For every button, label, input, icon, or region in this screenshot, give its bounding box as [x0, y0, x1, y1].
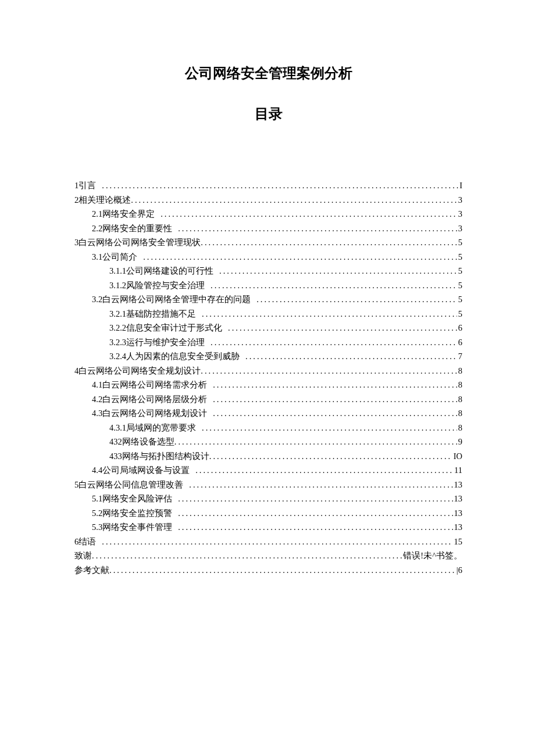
toc-entry-page: 13	[453, 520, 463, 535]
toc-leader-dots	[178, 221, 457, 236]
toc-entry: 6 结语15	[74, 535, 462, 549]
toc-leader-dots	[256, 292, 457, 307]
toc-entry-page: 5	[457, 292, 462, 307]
toc-entry-page: 15	[453, 535, 463, 549]
toc-entry-number: 6	[74, 535, 79, 549]
toc-entry-number: 3	[74, 235, 79, 250]
toc-entry-page: 5	[457, 250, 462, 264]
toc-entry: 4.2 白云网络公司网络层级分析8	[74, 392, 462, 407]
toc-entry-page: 9	[457, 435, 462, 449]
toc-entry-page: 7	[457, 349, 462, 364]
toc-entry-label: 致谢	[74, 549, 92, 563]
toc-entry-page: 8	[457, 421, 462, 435]
toc-entry-label: 白云网络公司网络需求分析	[102, 378, 207, 392]
toc-entry-number: 5	[74, 478, 79, 492]
toc-entry-page: 3	[457, 193, 462, 207]
toc-leader-dots	[213, 378, 457, 392]
toc-entry: 433 网络与拓扑图结构设计IO	[74, 449, 462, 464]
toc-entry-number: 2.1	[92, 207, 102, 221]
toc-leader-dots	[102, 178, 458, 193]
toc-entry: 3.1.2 风险管控与安全治理5	[74, 278, 462, 293]
toc-entry-number: 3.2.4	[109, 349, 126, 364]
toc-entry-page: |6	[455, 563, 462, 578]
toc-entry: 4.1 白云网络公司网络需求分析8	[74, 378, 462, 392]
toc-entry-number: 4.2	[92, 392, 102, 407]
toc-entry-number: 5.3	[92, 520, 102, 535]
toc-entry-label: 引言	[79, 178, 96, 193]
toc-entry-page: 5	[457, 278, 462, 293]
toc-leader-dots	[160, 207, 457, 221]
toc-entry-page: 8	[457, 378, 462, 392]
document-title: 公司网络安全管理案例分析	[74, 64, 462, 83]
toc-entry-number: 5.2	[92, 506, 102, 521]
toc-entry: 4.3 白云网络公司网络规划设计8	[74, 406, 462, 421]
toc-entry-label: 网络安全监控预警	[102, 506, 172, 521]
toc-entry-number: 4.3.1	[109, 421, 126, 435]
toc-entry-label: 基础防控措施不足	[126, 307, 196, 321]
toc-entry-label: 网络设备选型	[122, 435, 174, 449]
toc-entry: 3.2.2 信息安全审计过于形式化6	[74, 321, 462, 335]
toc-leader-dots	[202, 421, 457, 435]
toc-entry: 3.1 公司简介5	[74, 250, 462, 264]
toc-entry-number: 433	[109, 449, 122, 464]
toc-entry-page: 5	[457, 235, 462, 250]
toc-entry-number: 3.2.1	[109, 307, 126, 321]
toc-entry: 3.2.3 运行与维护安全治理6	[74, 335, 462, 350]
toc-entry-page: 13	[453, 506, 463, 521]
toc-entry-label: 白云网络公司网络安全规划设计	[79, 364, 201, 378]
toc-leader-dots	[92, 549, 402, 563]
toc-leader-dots	[211, 278, 457, 293]
toc-entry-page: 13	[453, 478, 463, 492]
toc-entry-page: 3	[457, 207, 462, 221]
toc-entry: 2.1 网络安全界定3	[74, 207, 462, 221]
toc-entry: 3.2 白云网络公司网络全管理中存在的问题5	[74, 292, 462, 307]
toc-entry-page: IO	[452, 449, 462, 464]
toc-leader-dots	[201, 235, 457, 250]
toc-entry-label: 网络与拓扑图结构设计	[122, 449, 209, 464]
toc-leader-dots	[178, 492, 452, 506]
toc-entry: 4.4 公司局域网设备与设置11	[74, 463, 462, 478]
toc-entry-number: 1	[74, 178, 79, 193]
table-of-contents: 1 引言I2 相关理论概述32.1 网络安全界定32.2 网络安全的重要性33 …	[74, 178, 462, 577]
toc-entry-label: 网络安全界定	[102, 207, 155, 221]
toc-leader-dots	[209, 449, 452, 464]
toc-entry-page: 11	[453, 463, 462, 478]
toc-entry-label: 白云网络公同信息管理改善	[79, 478, 183, 492]
toc-entry-label: 信息安全审计过于形式化	[126, 321, 222, 335]
toc-entry-label: 白云网络公司网络规划设计	[102, 406, 207, 421]
toc-entry-number: 4.1	[92, 378, 102, 392]
toc-entry-number: 5.1	[92, 492, 102, 506]
toc-entry-label: 网络安全的重要性	[102, 221, 172, 236]
toc-leader-dots	[178, 520, 452, 535]
toc-entry: 2 相关理论概述3	[74, 193, 462, 207]
toc-leader-dots	[202, 307, 457, 321]
toc-entry: 3.2.4 人为因素的信息安全受到威胁7	[74, 349, 462, 364]
toc-entry-page: 错误!未^书签。	[402, 549, 462, 563]
toc-entry-number: 2.2	[92, 221, 102, 236]
toc-entry-number: 3.1.1	[109, 264, 126, 278]
toc-entry: 4.3.1 局域网的宽带要求8	[74, 421, 462, 435]
toc-entry-number: 3.1	[92, 250, 102, 264]
toc-entry-number: 4.4	[92, 463, 102, 478]
toc-leader-dots	[109, 563, 455, 578]
toc-entry-number: 432	[109, 435, 122, 449]
toc-entry-page: 8	[457, 406, 462, 421]
toc-leader-dots	[174, 435, 457, 449]
toc-entry: 5.3 网络安全事件管理13	[74, 520, 462, 535]
toc-entry-number: 4	[74, 364, 79, 378]
toc-entry-page: 5	[457, 264, 462, 278]
toc-leader-dots	[228, 321, 457, 335]
toc-entry: 4 白云网络公司网络安全规划设计8	[74, 364, 462, 378]
toc-entry: 3 白云网络公司网络安全管理现状5	[74, 235, 462, 250]
toc-entry-label: 结语	[79, 535, 96, 549]
toc-entry-page: 5	[457, 307, 462, 321]
toc-leader-dots	[178, 506, 452, 521]
toc-entry-page: 6	[457, 335, 462, 350]
toc-leader-dots	[213, 406, 457, 421]
toc-entry-page: I	[458, 178, 462, 193]
toc-entry: 5 白云网络公同信息管理改善13	[74, 478, 462, 492]
toc-entry-label: 风险管控与安全治理	[126, 278, 205, 293]
toc-entry-page: 8	[457, 392, 462, 407]
toc-entry: 1 引言I	[74, 178, 462, 193]
toc-leader-dots	[201, 364, 457, 378]
